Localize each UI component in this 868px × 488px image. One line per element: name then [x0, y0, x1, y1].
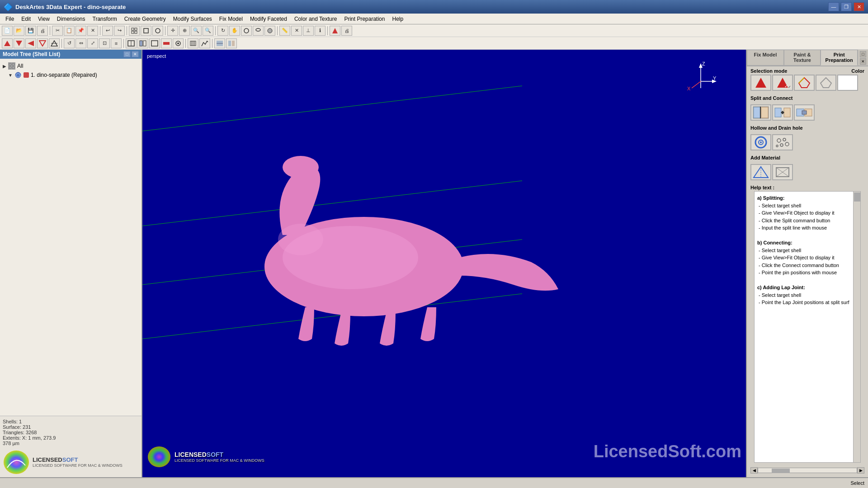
svg-point-23	[177, 42, 179, 44]
menu-print-preparation[interactable]: Print Preparation	[340, 15, 388, 23]
menu-transform[interactable]: Transform	[89, 15, 121, 23]
tb2-shear[interactable]: ⊡	[99, 38, 110, 48]
toolbar1: 📄 📂 💾 🖨 ✂ 📋 📌 ✕ ↩ ↪ ✛ ⊕ 🔍 🔍 ↻ ✋ 📏 ✕ ⊥ ℹ …	[0, 24, 868, 37]
tb2-s1[interactable]	[126, 38, 137, 48]
sel-btn-facet[interactable]	[794, 75, 815, 91]
menu-create-geometry[interactable]: Create Geometry	[121, 15, 170, 23]
sel-btn-shell-check[interactable]: ✓	[772, 75, 793, 91]
svg-rect-67	[784, 108, 790, 117]
tb-zoom-in[interactable]: 🔍	[191, 26, 202, 36]
tb-print2[interactable]: 🖨	[341, 26, 352, 36]
svg-rect-18	[140, 41, 142, 46]
tb2-measure[interactable]	[188, 38, 198, 48]
scroll-thumb[interactable]	[854, 192, 860, 202]
menu-modify-surfaces[interactable]: Modify Surfaces	[170, 15, 216, 23]
tb-move[interactable]: ✛	[167, 26, 178, 36]
material-btn1[interactable]	[750, 164, 771, 180]
tb2-tri1[interactable]	[2, 38, 13, 48]
tb2-mirror[interactable]: ⇔	[75, 38, 86, 48]
h-scroll-thumb[interactable]	[772, 469, 790, 473]
tb-open[interactable]: 📂	[14, 26, 24, 36]
help-scrollbar[interactable]	[853, 192, 860, 462]
split-btn[interactable]	[750, 104, 771, 121]
tb-copy[interactable]: 📋	[64, 26, 75, 36]
tb2-rotate[interactable]: ↺	[64, 38, 75, 48]
tb2-scale[interactable]: ⤢	[87, 38, 98, 48]
minimize-button[interactable]: —	[828, 2, 839, 11]
tb-cross[interactable]: ✕	[291, 26, 302, 36]
menu-color-texture[interactable]: Color and Texture	[291, 15, 341, 23]
tb-undo[interactable]: ↩	[102, 26, 113, 36]
add-material-title: Add Material	[747, 153, 868, 161]
material-btn2[interactable]	[772, 164, 793, 180]
tb2-s3[interactable]	[149, 38, 160, 48]
tb-rotate[interactable]: ↻	[217, 26, 228, 36]
connect-btn[interactable]	[772, 104, 793, 121]
menu-fix-model[interactable]: Fix Model	[216, 15, 246, 23]
licensedsoft-logo-viewport: LICENSEDSOFT LICENSED SOFTWARE FOR MAC &…	[147, 446, 264, 468]
menu-edit[interactable]: Edit	[18, 15, 34, 23]
svg-rect-21	[163, 42, 170, 45]
sep2	[100, 26, 100, 35]
tb-shading[interactable]	[264, 26, 275, 36]
rp-close-btn[interactable]: ✕	[860, 58, 866, 65]
tb-cut[interactable]: ✂	[52, 26, 63, 36]
menu-modify-faceted[interactable]: Modify Faceted	[246, 15, 291, 23]
tb-view-front[interactable]	[241, 26, 252, 36]
tree-node-1[interactable]: ▼ 1. dino-separate (Repaired)	[3, 70, 139, 80]
svg-rect-73	[802, 111, 807, 114]
tb-delete[interactable]: ✕	[87, 26, 98, 36]
tb-new[interactable]: 📄	[2, 26, 13, 36]
tb2-tri2[interactable]	[14, 38, 24, 48]
scroll-right-btn[interactable]: ▶	[857, 467, 864, 474]
svg-point-6	[244, 28, 249, 33]
menu-file[interactable]: File	[2, 15, 18, 23]
tb2-tri3[interactable]	[25, 38, 36, 48]
tb-point[interactable]	[330, 26, 340, 36]
tab-fix-model[interactable]: Fix Model	[747, 50, 784, 66]
tb-pan[interactable]: ✋	[229, 26, 240, 36]
lap-joint-btn[interactable]	[794, 104, 815, 121]
close-button[interactable]: ✕	[854, 2, 864, 11]
restore-button[interactable]: ❐	[841, 2, 852, 11]
sel-btn-shell[interactable]	[750, 75, 771, 91]
tree-close-btn[interactable]: ✕	[132, 51, 139, 57]
tb-redo[interactable]: ↪	[114, 26, 125, 36]
tb-axes[interactable]: ⊥	[303, 26, 314, 36]
scroll-left-btn[interactable]: ◀	[750, 467, 758, 474]
tree-all-item[interactable]: ▶ All	[3, 61, 139, 70]
tb-zoom-out[interactable]: 🔍	[203, 26, 213, 36]
tb-save[interactable]: 💾	[25, 26, 36, 36]
tb-box[interactable]	[141, 26, 151, 36]
tab-print-preparation[interactable]: PrintPreparation	[821, 50, 858, 66]
tb-paste[interactable]: 📌	[75, 26, 86, 36]
tb2-v1[interactable]	[214, 38, 225, 48]
tab-paint-texture[interactable]: Paint &Texture	[784, 50, 821, 66]
color-swatch[interactable]	[837, 75, 858, 91]
menu-dimensions[interactable]: Dimensions	[53, 15, 89, 23]
menu-view[interactable]: View	[34, 15, 53, 23]
rp-restore-btn[interactable]: □	[860, 51, 866, 57]
drain-btn[interactable]	[772, 134, 793, 150]
tb2-btn5[interactable]	[49, 38, 60, 48]
viewport[interactable]: perspect Z Y X	[142, 50, 746, 477]
tb2-tri4[interactable]	[37, 38, 48, 48]
tb2-s5[interactable]	[173, 38, 184, 48]
tb-view-top[interactable]	[253, 26, 264, 36]
tb-sphere[interactable]	[152, 26, 163, 36]
tb2-s4[interactable]	[161, 38, 172, 48]
hollow-btn[interactable]	[750, 134, 771, 150]
tb-info[interactable]: ℹ	[315, 26, 326, 36]
tb-zoom-fit[interactable]: ⊕	[179, 26, 190, 36]
tree-restore-btn[interactable]: □	[123, 51, 131, 57]
menu-help[interactable]: Help	[388, 15, 407, 23]
tb2-align[interactable]: ≡	[111, 38, 122, 48]
selection-mode-section: Selection mode Color	[747, 66, 868, 75]
tb-grid[interactable]	[129, 26, 140, 36]
tb2-s2[interactable]	[137, 38, 148, 48]
sel-btn-region[interactable]	[816, 75, 836, 91]
tb2-graph[interactable]	[199, 38, 210, 48]
tb-print[interactable]: 🖨	[37, 26, 48, 36]
tb-measure[interactable]: 📏	[279, 26, 290, 36]
tb2-v2[interactable]	[226, 38, 237, 48]
